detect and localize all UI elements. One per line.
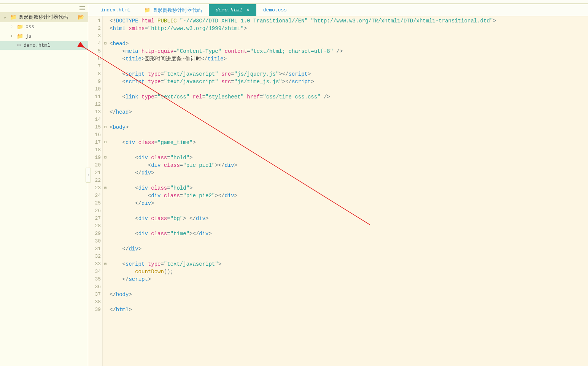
sidebar-item-label: css <box>25 24 34 30</box>
code-line[interactable]: <div class="pie pie1"></div> <box>110 162 588 169</box>
folder-icon: 📁 <box>17 24 23 30</box>
code-line[interactable]: countDown(); <box>110 268 588 276</box>
root-folder-label: 圆形倒数秒计时器代码 <box>19 14 68 21</box>
chevron-down-icon: ⌄ <box>4 15 8 19</box>
tab-label: demo.html <box>216 7 242 13</box>
folder-icon: 📁 <box>17 33 23 40</box>
line-number: 33 <box>88 260 101 268</box>
sidebar-item-css[interactable]: › 📁 css <box>0 22 88 32</box>
line-number: 11 <box>88 93 101 101</box>
line-number: 1 <box>88 17 101 25</box>
line-number: 15 <box>88 124 101 131</box>
code-line[interactable]: <script type="text/javascript" src="js/j… <box>110 70 588 78</box>
code-line[interactable]: <div class="hold"> <box>110 184 588 192</box>
code-line[interactable]: </body> <box>110 291 588 298</box>
sidebar-collapse-handle[interactable]: ‹ <box>86 168 91 183</box>
code-line[interactable]: <html xmlns="http://www.w3.org/1999/xhtm… <box>110 25 588 32</box>
fold-toggle-icon[interactable]: ⊟ <box>104 125 106 129</box>
fold-gutter[interactable]: ⊟⊟⊟⊟⊟⊟ <box>103 16 108 366</box>
line-number: 23 <box>88 184 101 192</box>
tab-index-html[interactable]: index.html <box>94 4 137 16</box>
tab-demo-html[interactable]: demo.html × <box>209 4 256 16</box>
code-line[interactable]: </script> <box>110 276 588 283</box>
code-content[interactable]: <!DOCTYPE html PUBLIC "-//W3C//DTD XHTML… <box>108 16 588 366</box>
code-line[interactable] <box>110 207 588 215</box>
code-line[interactable]: <div class="bg"> </div> <box>110 215 588 222</box>
line-number: 18 <box>88 146 101 154</box>
code-line[interactable]: <head> <box>110 40 588 48</box>
line-number: 29 <box>88 230 101 238</box>
code-line[interactable] <box>110 116 588 124</box>
code-line[interactable] <box>110 177 588 184</box>
fold-toggle-icon[interactable]: ⊟ <box>104 41 106 46</box>
line-number: 7 <box>88 63 101 70</box>
sidebar-item-demo-html[interactable]: <> demo.html <box>0 41 88 50</box>
tab-bar: index.html 📁 圆形倒数秒计时器代码 demo.html × demo… <box>88 4 588 16</box>
code-line[interactable] <box>110 222 588 230</box>
line-number: 34 <box>88 268 101 276</box>
fold-toggle-icon[interactable]: ⊟ <box>104 262 106 266</box>
line-number: 24 <box>88 192 101 200</box>
chevron-right-icon: › <box>11 25 14 29</box>
code-line[interactable] <box>110 32 588 40</box>
tab-label: index.html <box>101 7 130 13</box>
tab-label: demo.css <box>263 7 287 13</box>
line-number: 4 <box>88 40 101 48</box>
sidebar-item-label: demo.html <box>24 43 50 48</box>
code-line[interactable]: <meta http-equiv="Content-Type" content=… <box>110 48 588 55</box>
sidebar-header <box>0 4 88 12</box>
line-number: 6 <box>88 55 101 63</box>
code-line[interactable]: <div class="pie pie2"></div> <box>110 192 588 200</box>
code-line[interactable]: </div> <box>110 169 588 177</box>
line-number: 2 <box>88 25 101 32</box>
line-number: 19 <box>88 154 101 162</box>
code-line[interactable]: <title>圆形时间进度条-倒计时</title> <box>110 55 588 63</box>
tab-demo-css[interactable]: demo.css <box>256 4 294 16</box>
code-line[interactable]: <div class="hold"> <box>110 154 588 162</box>
menu-icon[interactable] <box>79 6 85 10</box>
fold-toggle-icon[interactable]: ⊟ <box>104 186 106 190</box>
code-line[interactable] <box>110 253 588 260</box>
tab-folder[interactable]: 📁 圆形倒数秒计时器代码 <box>137 4 209 16</box>
close-icon[interactable]: × <box>246 7 249 13</box>
code-line[interactable]: </html> <box>110 306 588 314</box>
code-line[interactable] <box>110 131 588 139</box>
root-folder[interactable]: ⌄ 📁 圆形倒数秒计时器代码 📂 <box>0 12 88 22</box>
code-line[interactable]: <div class="time"></div> <box>110 230 588 238</box>
code-line[interactable]: </div> <box>110 200 588 207</box>
line-number: 3 <box>88 32 101 40</box>
code-line[interactable] <box>110 298 588 306</box>
code-line[interactable]: <script type="text/javascript"> <box>110 260 588 268</box>
sidebar-item-js[interactable]: › 📁 js <box>0 32 88 41</box>
fold-toggle-icon[interactable]: ⊟ <box>104 140 106 144</box>
code-line[interactable] <box>110 101 588 108</box>
code-line[interactable] <box>110 86 588 93</box>
code-line[interactable]: <link type="text/css" rel="stylesheet" h… <box>110 93 588 101</box>
line-number: 14 <box>88 116 101 124</box>
line-number: 30 <box>88 238 101 245</box>
line-number: 8 <box>88 70 101 78</box>
file-explorer-sidebar: ⌄ 📁 圆形倒数秒计时器代码 📂 › 📁 css › 📁 js <> demo.… <box>0 4 88 366</box>
code-editor[interactable]: 1234567891011121314151617181920212223242… <box>88 16 588 366</box>
line-number: 13 <box>88 108 101 116</box>
line-number: 37 <box>88 291 101 298</box>
editor-area: ‹ index.html 📁 圆形倒数秒计时器代码 demo.html × de… <box>88 4 588 366</box>
line-number: 9 <box>88 78 101 86</box>
line-number: 16 <box>88 131 101 139</box>
code-line[interactable]: <body> <box>110 124 588 131</box>
tab-label: 圆形倒数秒计时器代码 <box>153 7 202 14</box>
code-line[interactable] <box>110 283 588 291</box>
code-line[interactable] <box>110 238 588 245</box>
folder-open-icon: 📂 <box>78 14 84 21</box>
line-number: 32 <box>88 253 101 260</box>
code-line[interactable]: <!DOCTYPE html PUBLIC "-//W3C//DTD XHTML… <box>110 17 588 25</box>
code-line[interactable] <box>110 63 588 70</box>
fold-toggle-icon[interactable]: ⊟ <box>104 155 106 160</box>
line-number: 39 <box>88 306 101 314</box>
code-line[interactable]: <div class="game_time"> <box>110 139 588 146</box>
line-number: 12 <box>88 101 101 108</box>
code-line[interactable]: <script type="text/javascript" src="js/t… <box>110 78 588 86</box>
code-line[interactable]: </div> <box>110 245 588 253</box>
code-line[interactable] <box>110 146 588 154</box>
code-line[interactable]: </head> <box>110 108 588 116</box>
